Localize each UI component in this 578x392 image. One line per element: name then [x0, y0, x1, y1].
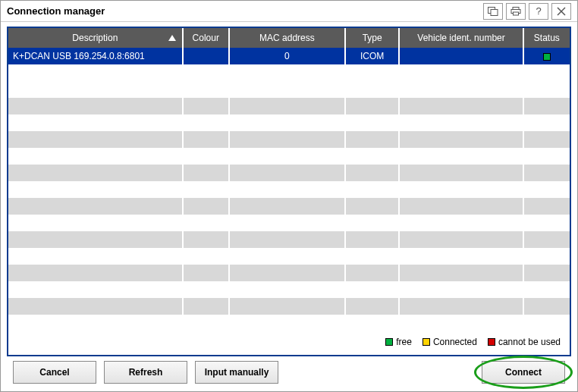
- button-bar: Cancel Refresh Input manually Connect: [7, 356, 571, 385]
- refresh-button[interactable]: Refresh: [104, 361, 187, 384]
- table-row: [8, 148, 570, 165]
- col-type[interactable]: Type: [345, 28, 399, 48]
- cell-colour: [183, 48, 229, 64]
- connect-button[interactable]: Connect: [482, 361, 565, 384]
- cell-description: K+DCAN USB 169.254.0.8:6801: [8, 48, 183, 64]
- cell-vin: [399, 48, 523, 64]
- table-row: [8, 165, 570, 181]
- table-row: [8, 131, 570, 148]
- window-title: Connection manager: [7, 5, 480, 17]
- close-button[interactable]: [551, 3, 571, 20]
- table-row: [8, 215, 570, 231]
- sort-asc-icon: [168, 33, 176, 43]
- close-icon: [557, 7, 566, 16]
- main-panel: Description Colour MAC address Type Vehi…: [7, 27, 571, 356]
- connections-table: Description Colour MAC address Type Vehi…: [8, 28, 570, 315]
- table-row: [8, 248, 570, 265]
- svg-rect-1: [491, 9, 498, 15]
- legend-free: free: [385, 337, 412, 347]
- table-row: [8, 265, 570, 281]
- help-button[interactable]: ?: [529, 3, 548, 20]
- table-row: [8, 298, 570, 315]
- table-row: [8, 181, 570, 198]
- col-description[interactable]: Description: [8, 28, 183, 48]
- maximize-button[interactable]: [483, 3, 503, 20]
- legend-connected: Connected: [423, 337, 477, 347]
- legend-cannot-be-used: cannot be used: [488, 337, 561, 347]
- cell-mac: 0: [229, 48, 345, 64]
- table-row: [8, 231, 570, 248]
- maximize-icon: [488, 7, 498, 16]
- legend: free Connected cannot be used: [8, 331, 570, 355]
- col-colour[interactable]: Colour: [183, 28, 229, 48]
- table-row: [8, 81, 570, 98]
- titlebar: Connection manager ?: [1, 1, 577, 22]
- svg-text:?: ?: [536, 6, 541, 17]
- table-row: [8, 281, 570, 298]
- help-icon: ?: [533, 6, 544, 17]
- print-button[interactable]: [506, 3, 526, 20]
- status-cannot-icon: [488, 338, 495, 346]
- col-mac[interactable]: MAC address: [229, 28, 345, 48]
- cell-status: [523, 48, 570, 64]
- connection-manager-window: Connection manager ?: [0, 0, 578, 392]
- table-row[interactable]: K+DCAN USB 169.254.0.8:6801 0 ICOM: [8, 48, 570, 64]
- cancel-button[interactable]: Cancel: [13, 361, 96, 384]
- table-row: [8, 198, 570, 215]
- print-icon: [510, 7, 521, 16]
- status-connected-icon: [423, 338, 430, 346]
- input-manually-button[interactable]: Input manually: [195, 361, 278, 384]
- cell-type: ICOM: [345, 48, 399, 64]
- svg-marker-8: [168, 35, 176, 41]
- status-free-icon: [385, 338, 393, 346]
- status-free-icon: [543, 53, 551, 61]
- svg-rect-4: [514, 12, 519, 15]
- table-row: [8, 114, 570, 131]
- col-status[interactable]: Status: [523, 28, 570, 48]
- col-vin[interactable]: Vehicle ident. number: [399, 28, 523, 48]
- table-row: [8, 64, 570, 81]
- table-row: [8, 98, 570, 114]
